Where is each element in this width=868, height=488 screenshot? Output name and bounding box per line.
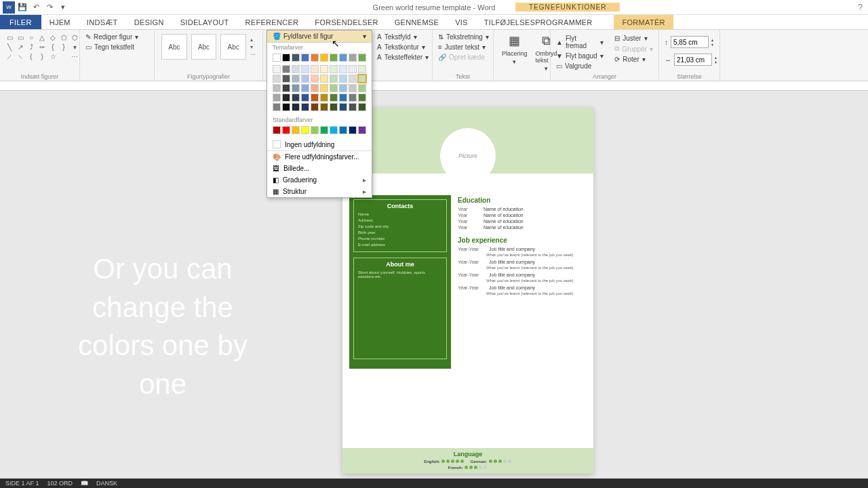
color-swatch[interactable]	[311, 94, 319, 102]
tab-file[interactable]: FILER	[0, 15, 41, 29]
textfill-button[interactable]: ATekstfyld ▾	[376, 33, 428, 41]
spellcheck-icon[interactable]: 📖	[81, 480, 88, 487]
color-swatch[interactable]	[311, 75, 319, 83]
color-swatch[interactable]	[358, 126, 366, 134]
more-colors-item[interactable]: 🎨Flere udfyldningsfarver...	[267, 151, 372, 163]
color-swatch[interactable]	[273, 54, 281, 62]
undo-icon[interactable]: ↶	[30, 1, 42, 14]
color-swatch[interactable]	[320, 84, 328, 92]
tab-view[interactable]: VIS	[447, 15, 476, 29]
document-page[interactable]: Picture Contacts Name Address Zip code a…	[342, 108, 593, 474]
picture-placeholder[interactable]: Picture	[440, 128, 496, 184]
texture-item[interactable]: ▦Struktur▸	[267, 186, 372, 197]
gallery-more-icon[interactable]: ⋯	[250, 52, 256, 58]
picture-fill-item[interactable]: 🖼Billede...	[267, 163, 372, 174]
tab-home[interactable]: HJEM	[41, 15, 79, 29]
color-swatch[interactable]	[282, 54, 290, 62]
color-swatch[interactable]	[311, 84, 319, 92]
color-swatch[interactable]	[330, 94, 338, 102]
word-icon[interactable]: W	[3, 1, 15, 14]
color-swatch[interactable]	[339, 84, 347, 92]
color-swatch[interactable]	[311, 65, 319, 73]
color-swatch[interactable]	[273, 84, 281, 92]
color-swatch[interactable]	[358, 54, 366, 62]
tab-format[interactable]: FORMATÉR	[614, 15, 673, 29]
color-swatch[interactable]	[292, 103, 300, 111]
color-swatch[interactable]	[358, 103, 366, 111]
word-count[interactable]: 102 ORD	[47, 480, 73, 487]
color-swatch[interactable]	[311, 54, 319, 62]
color-swatch[interactable]	[292, 75, 300, 83]
color-swatch[interactable]	[339, 65, 347, 73]
color-swatch[interactable]	[349, 54, 357, 62]
width-input[interactable]	[674, 54, 712, 66]
color-swatch[interactable]	[301, 103, 309, 111]
color-swatch[interactable]	[358, 75, 366, 83]
color-swatch[interactable]	[330, 75, 338, 83]
color-swatch[interactable]	[339, 75, 347, 83]
color-swatch[interactable]	[339, 126, 347, 134]
style-preset[interactable]: Abc	[220, 34, 246, 60]
color-swatch[interactable]	[349, 65, 357, 73]
color-swatch[interactable]	[358, 94, 366, 102]
color-swatch[interactable]	[301, 126, 309, 134]
color-swatch[interactable]	[282, 65, 290, 73]
tab-insert[interactable]: INDSÆT	[79, 15, 126, 29]
color-swatch[interactable]	[282, 75, 290, 83]
align-button[interactable]: ⊟Juster ▾	[613, 34, 654, 43]
height-input[interactable]	[671, 36, 709, 48]
send-backward-button[interactable]: ▼Flyt bagud ▾	[555, 52, 605, 60]
color-swatch[interactable]	[330, 126, 338, 134]
color-swatch[interactable]	[282, 103, 290, 111]
color-swatch[interactable]	[273, 94, 281, 102]
color-swatch[interactable]	[301, 94, 309, 102]
position-button[interactable]: ▦Placering▾	[498, 31, 532, 79]
edit-shape-button[interactable]: ✎Rediger figur ▾	[84, 33, 150, 41]
redo-icon[interactable]: ↷	[43, 1, 56, 14]
color-swatch[interactable]	[349, 75, 357, 83]
color-swatch[interactable]	[320, 54, 328, 62]
color-swatch[interactable]	[320, 126, 328, 134]
color-swatch[interactable]	[273, 65, 281, 73]
textdirection-button[interactable]: ⇅Tekstretning ▾	[437, 33, 489, 41]
color-swatch[interactable]	[282, 84, 290, 92]
color-swatch[interactable]	[301, 84, 309, 92]
color-swatch[interactable]	[330, 65, 338, 73]
color-swatch[interactable]	[330, 54, 338, 62]
color-swatch[interactable]	[320, 65, 328, 73]
color-swatch[interactable]	[349, 103, 357, 111]
color-swatch[interactable]	[349, 84, 357, 92]
aligntext-button[interactable]: ≡Juster tekst ▾	[437, 43, 489, 52]
color-swatch[interactable]	[330, 84, 338, 92]
color-swatch[interactable]	[282, 94, 290, 102]
color-swatch[interactable]	[349, 126, 357, 134]
color-swatch[interactable]	[282, 126, 290, 134]
color-swatch[interactable]	[320, 75, 328, 83]
tab-addins[interactable]: TILFØJELSESPROGRAMMER	[476, 15, 601, 29]
tab-review[interactable]: GENNEMSE	[387, 15, 447, 29]
resume-sidebar[interactable]: Contacts Name Address Zip code and city …	[349, 195, 451, 369]
save-icon[interactable]: 💾	[16, 1, 28, 14]
color-swatch[interactable]	[311, 103, 319, 111]
resume-main[interactable]: Education YearName of educationYearName …	[451, 195, 593, 369]
color-swatch[interactable]	[349, 94, 357, 102]
style-preset[interactable]: Abc	[191, 34, 217, 60]
page-header-shape[interactable]: Picture	[342, 108, 593, 174]
color-swatch[interactable]	[311, 126, 319, 134]
page-footer-shape[interactable]: Language English: German: French:	[342, 448, 593, 474]
page-indicator[interactable]: SIDE 1 AF 1	[5, 480, 39, 487]
color-swatch[interactable]	[358, 65, 366, 73]
tab-design[interactable]: DESIGN	[126, 15, 172, 29]
color-swatch[interactable]	[273, 103, 281, 111]
draw-textbox-button[interactable]: ▭Tegn tekstfelt	[84, 43, 150, 52]
color-swatch[interactable]	[292, 65, 300, 73]
tab-pagelayout[interactable]: SIDELAYOUT	[172, 15, 237, 29]
selection-pane-button[interactable]: ▭Valgrude	[555, 62, 605, 70]
horizontal-ruler[interactable]	[0, 81, 868, 91]
color-swatch[interactable]	[273, 126, 281, 134]
color-swatch[interactable]	[358, 84, 366, 92]
color-swatch[interactable]	[292, 126, 300, 134]
tab-mailings[interactable]: FORSENDELSER	[307, 15, 386, 29]
color-swatch[interactable]	[301, 54, 309, 62]
gallery-down-icon[interactable]: ▾	[250, 44, 256, 50]
